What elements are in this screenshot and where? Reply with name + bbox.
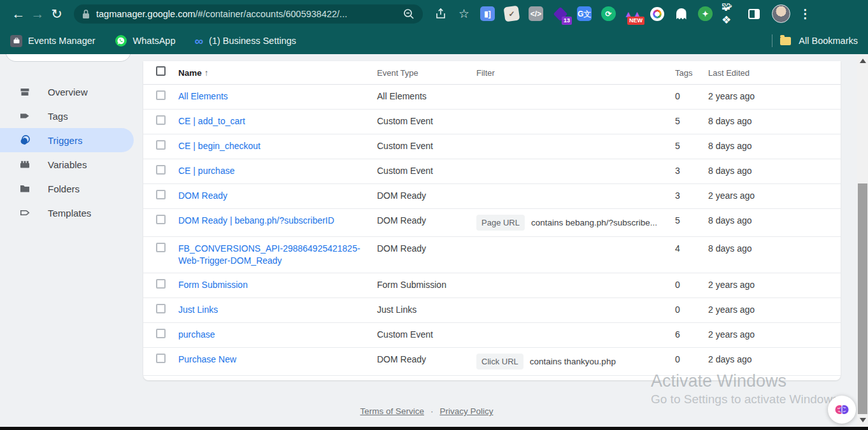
sidebar-item-variables[interactable]: Variables	[0, 152, 134, 176]
table-row: All Elements All Elements 0 2 years ago	[143, 85, 841, 110]
colorful-ring-extension-icon[interactable]	[649, 6, 665, 22]
vertical-scrollbar[interactable]	[857, 54, 868, 427]
tags-count-cell: 4	[675, 243, 708, 255]
back-button[interactable]: ←	[9, 7, 28, 20]
brain-icon	[834, 401, 850, 418]
sidebar-item-tags[interactable]: Tags	[0, 104, 134, 128]
event-type-cell: Form Submission	[377, 279, 476, 291]
activate-windows-watermark: Activate Windows	[651, 371, 786, 391]
address-bar[interactable]: tagmanager.google.com/#/container/accoun…	[74, 4, 423, 24]
trigger-rows: All Elements All Elements 0 2 years ago …	[143, 85, 841, 380]
meta-icon: ∞	[195, 35, 204, 47]
event-type-cell: DOM Ready	[377, 215, 476, 227]
tags-count-cell: 6	[675, 329, 708, 341]
bookmark-whatsapp[interactable]: WhatsApp	[115, 34, 176, 47]
profile-avatar[interactable]	[772, 4, 790, 23]
last-edited-cell: 2 years ago	[708, 190, 841, 202]
trigger-name-link[interactable]: Just Links	[178, 304, 227, 316]
table-row: FB_CONVERSIONS_API-298864925421825-Web-T…	[143, 237, 841, 273]
event-type-cell: All Elements	[377, 90, 476, 103]
taskbar-edge	[0, 427, 868, 430]
tags-count-cell: 0	[675, 279, 708, 291]
sidebar-item-folders[interactable]: Folders	[0, 176, 134, 201]
row-checkbox[interactable]	[156, 115, 166, 125]
all-bookmarks-label[interactable]: All Bookmarks	[799, 36, 858, 46]
column-header-tags[interactable]: Tags	[675, 68, 708, 78]
last-edited-cell: 2 years ago	[708, 279, 841, 291]
tags-count-cell: 5	[675, 140, 708, 152]
green-circle-extension-icon[interactable]: ⟳	[601, 6, 616, 22]
scroll-down-arrow[interactable]	[857, 415, 868, 426]
row-checkbox[interactable]	[156, 165, 166, 175]
zoom-out-icon[interactable]	[402, 8, 415, 20]
aa-new-extension-icon[interactable]: ▲▲ NEW	[625, 6, 641, 22]
sidebar-item-triggers[interactable]: Triggers	[0, 128, 134, 152]
bookmark-events-manager[interactable]: Events Manager	[10, 35, 96, 47]
translate-extension-icon[interactable]: G文	[576, 6, 592, 22]
trigger-name-link[interactable]: All Elements	[178, 90, 237, 103]
triggers-icon	[18, 134, 31, 147]
table-row: purchase Custom Event 6 2 years ago	[143, 323, 841, 348]
lock-icon	[82, 9, 90, 19]
tags-count-cell: 3	[675, 165, 708, 177]
forward-button[interactable]: →	[28, 7, 47, 20]
tags-count-cell: 0	[675, 90, 708, 103]
trigger-name-link[interactable]: DOM Ready | bebang.ph/?subscriberID	[178, 215, 343, 227]
stamp-extension-icon[interactable]: ✓	[504, 6, 520, 22]
row-checkbox[interactable]	[156, 140, 166, 150]
tags-count-cell: 3	[675, 190, 708, 202]
bookmark-star-icon[interactable]: ☆	[459, 6, 469, 21]
column-header-name[interactable]: Name↑	[178, 68, 377, 78]
last-edited-cell: 8 days ago	[708, 115, 841, 127]
scrollbar-thumb[interactable]	[858, 183, 867, 414]
bookmark-business-settings[interactable]: ∞ (1) Business Settings	[195, 35, 297, 47]
reload-button[interactable]: ↻	[47, 7, 66, 20]
row-checkbox[interactable]	[156, 215, 166, 224]
row-checkbox[interactable]	[156, 354, 166, 363]
trigger-name-link[interactable]: CE | begin_checkout	[178, 140, 269, 152]
sidebar-nav: Overview Tags Triggers Variables	[0, 80, 134, 225]
side-panel-icon[interactable]	[746, 6, 762, 22]
table-row: DOM Ready | bebang.ph/?subscriberID DOM …	[143, 209, 841, 237]
price-tag-extension-icon[interactable]: ▮]	[480, 6, 495, 22]
code-extension-icon[interactable]: </>	[528, 6, 544, 22]
row-checkbox[interactable]	[156, 90, 166, 100]
new-badge: NEW	[627, 17, 644, 25]
trigger-name-link[interactable]: FB_CONVERSIONS_API-298864925421825-Web-T…	[178, 243, 377, 267]
sort-ascending-icon: ↑	[204, 68, 209, 78]
trigger-name-link[interactable]: purchase	[178, 329, 224, 341]
trigger-name-link[interactable]: DOM Ready	[178, 190, 236, 202]
extensions-puzzle-icon[interactable]: 🧩︎❖	[722, 6, 737, 22]
browser-toolbar: ← → ↻ tagmanager.google.com/#/container/…	[0, 0, 868, 27]
diamond-extension-icon[interactable]: 13	[552, 6, 568, 22]
privacy-policy-link[interactable]: Privacy Policy	[440, 406, 494, 416]
row-checkbox[interactable]	[156, 190, 166, 199]
share-icon[interactable]	[434, 8, 447, 20]
row-checkbox[interactable]	[156, 279, 166, 289]
trigger-name-link[interactable]: CE | add_to_cart	[178, 115, 254, 127]
sidebar-item-templates[interactable]: Templates	[0, 201, 134, 225]
terms-of-service-link[interactable]: Terms of Service	[360, 406, 424, 416]
sidebar-search-input[interactable]	[5, 54, 131, 62]
assistant-floating-button[interactable]	[828, 396, 856, 424]
event-type-cell: DOM Ready	[377, 190, 476, 202]
trigger-name-link[interactable]: CE | purchase	[178, 165, 243, 177]
row-checkbox[interactable]	[156, 329, 166, 338]
column-header-last-edited[interactable]: Last Edited	[708, 68, 841, 78]
filter-field-chip: Page URL	[476, 215, 525, 231]
browser-menu-icon[interactable]: ⋮	[799, 6, 811, 21]
last-edited-cell: 2 days ago	[708, 354, 841, 366]
scroll-up-arrow[interactable]	[857, 55, 868, 66]
shield-extension-icon[interactable]: ✦	[697, 6, 713, 22]
trigger-name-link[interactable]: Purchase New	[178, 354, 245, 366]
select-all-checkbox[interactable]	[156, 66, 166, 76]
sidebar-item-overview[interactable]: Overview	[0, 80, 134, 104]
ghost-extension-icon[interactable]	[673, 6, 689, 22]
row-checkbox[interactable]	[156, 304, 166, 313]
row-checkbox[interactable]	[156, 243, 166, 252]
column-header-event-type[interactable]: Event Type	[377, 68, 476, 78]
column-header-filter[interactable]: Filter	[476, 68, 675, 78]
last-edited-cell: 8 days ago	[708, 243, 841, 255]
last-edited-cell: 2 years ago	[708, 304, 841, 316]
trigger-name-link[interactable]: Form Submission	[178, 279, 257, 291]
